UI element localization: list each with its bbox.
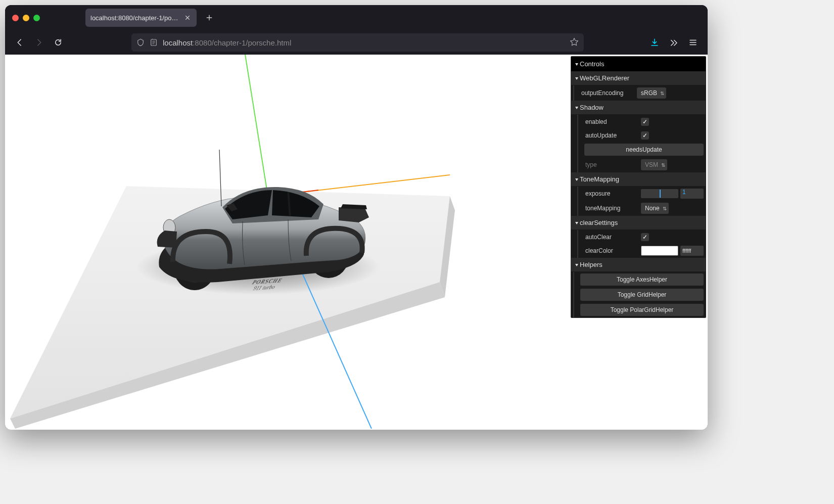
gui-folder-tonemapping[interactable]: ▾ ToneMapping bbox=[571, 172, 706, 187]
gui-label: enabled bbox=[585, 118, 641, 125]
tab-title: localhost:8080/chapter-1/porsche.h bbox=[90, 14, 179, 22]
page-content: 1975 PORSCHE 911 turbo ▾ Controls ▾ WebG… bbox=[5, 55, 708, 430]
new-tab-button[interactable] bbox=[202, 10, 217, 25]
gui-folder-controls[interactable]: ▾ Controls bbox=[571, 57, 706, 71]
output-encoding-select[interactable]: sRGB bbox=[637, 87, 666, 99]
gui-row-shadow-autoupdate: autoUpdate ✓ bbox=[577, 128, 706, 142]
toggle-polargridhelper-button[interactable]: Toggle PolarGridHelper bbox=[580, 304, 704, 316]
chevron-down-icon: ▾ bbox=[575, 105, 578, 110]
webgl-canvas[interactable]: 1975 PORSCHE 911 turbo ▾ Controls ▾ WebG… bbox=[5, 55, 708, 430]
browser-window: localhost:8080/chapter-1/porsche.h bbox=[5, 5, 708, 430]
gui-row-toggle-polar: Toggle PolarGridHelper bbox=[573, 302, 706, 317]
gui-folder-label: Controls bbox=[580, 60, 604, 68]
gui-folder-label: Helpers bbox=[580, 261, 603, 268]
platform bbox=[5, 55, 566, 429]
shadow-autoupdate-checkbox[interactable]: ✓ bbox=[641, 131, 649, 140]
exposure-input[interactable]: 1 bbox=[680, 189, 704, 199]
gui-row-tonemapping: toneMapping None bbox=[577, 201, 706, 216]
bookmark-star-icon[interactable] bbox=[570, 37, 579, 48]
gui-label: autoClear bbox=[585, 234, 641, 241]
traffic-lights bbox=[12, 15, 40, 21]
shadow-type-select[interactable]: VSM bbox=[641, 159, 667, 170]
gui-row-toggle-axes: Toggle AxesHelper bbox=[573, 272, 706, 287]
car-model bbox=[157, 150, 369, 290]
gui-row-exposure: exposure 1 bbox=[577, 187, 706, 201]
tonemapping-select[interactable]: None bbox=[641, 203, 669, 214]
svg-line-5 bbox=[245, 55, 268, 196]
gui-folder-label: Shadow bbox=[580, 104, 604, 111]
gui-folder-label: ToneMapping bbox=[580, 175, 619, 183]
back-button[interactable] bbox=[11, 34, 28, 51]
window-minimize-button[interactable] bbox=[23, 15, 29, 21]
gui-folder-helpers[interactable]: ▾ Helpers bbox=[571, 258, 706, 272]
shadow-needsupdate-button[interactable]: needsUpdate bbox=[584, 144, 704, 156]
gui-row-autoclear: autoClear ✓ bbox=[577, 230, 706, 244]
clearcolor-hex-input[interactable]: ffffff bbox=[680, 246, 704, 256]
url-path: :8080/chapter-1/porsche.html bbox=[193, 38, 291, 47]
gui-folder-renderer[interactable]: ▾ WebGLRenderer bbox=[571, 71, 706, 85]
menu-button[interactable] bbox=[684, 34, 702, 51]
chevron-down-icon: ▾ bbox=[575, 61, 578, 67]
exposure-slider[interactable] bbox=[641, 189, 678, 198]
chevron-down-icon: ▾ bbox=[575, 75, 578, 81]
chevron-down-icon: ▾ bbox=[575, 220, 578, 225]
gui-label: exposure bbox=[585, 190, 641, 197]
gui-row-shadow-enabled: enabled ✓ bbox=[577, 115, 706, 128]
close-tab-icon[interactable] bbox=[183, 14, 192, 22]
gui-label: toneMapping bbox=[585, 205, 641, 212]
gui-row-shadow-type: type VSM bbox=[577, 157, 706, 172]
autoclear-checkbox[interactable]: ✓ bbox=[641, 233, 649, 241]
page-info-icon[interactable] bbox=[150, 38, 158, 47]
toolbar: localhost:8080/chapter-1/porsche.html bbox=[5, 30, 708, 55]
address-bar[interactable]: localhost:8080/chapter-1/porsche.html bbox=[131, 33, 584, 52]
shadow-enabled-checkbox[interactable]: ✓ bbox=[641, 118, 649, 126]
toggle-gridhelper-button[interactable]: Toggle GridHelper bbox=[580, 289, 704, 301]
gui-label: outputEncoding bbox=[581, 89, 637, 97]
shield-icon[interactable] bbox=[136, 38, 145, 47]
debug-gui-panel: ▾ Controls ▾ WebGLRenderer outputEncodin… bbox=[571, 56, 706, 318]
titlebar: localhost:8080/chapter-1/porsche.h bbox=[5, 5, 708, 30]
window-zoom-button[interactable] bbox=[33, 15, 40, 21]
gui-label: type bbox=[585, 161, 641, 168]
clearcolor-swatch[interactable] bbox=[641, 246, 678, 256]
gui-folder-clearsettings[interactable]: ▾ clearSettings bbox=[571, 216, 706, 230]
extensions-overflow-button[interactable] bbox=[665, 34, 682, 51]
downloads-button[interactable] bbox=[646, 34, 663, 51]
url-host: localhost bbox=[163, 38, 193, 47]
forward-button[interactable] bbox=[30, 34, 48, 51]
gui-folder-label: WebGLRenderer bbox=[580, 74, 629, 82]
gui-folder-label: clearSettings bbox=[580, 219, 618, 226]
chevron-down-icon: ▾ bbox=[575, 176, 578, 182]
gui-row-clearcolor: clearColor ffffff bbox=[577, 244, 706, 258]
window-close-button[interactable] bbox=[12, 15, 19, 21]
gui-folder-shadow[interactable]: ▾ Shadow bbox=[571, 101, 706, 115]
slider-handle[interactable] bbox=[660, 190, 661, 198]
gui-label: autoUpdate bbox=[585, 132, 641, 139]
gui-row-toggle-grid: Toggle GridHelper bbox=[573, 287, 706, 302]
gui-row-output-encoding: outputEncoding sRGB bbox=[573, 85, 706, 101]
gui-row-shadow-needsupdate: needsUpdate bbox=[577, 142, 706, 157]
gui-label: clearColor bbox=[585, 247, 641, 254]
browser-tab[interactable]: localhost:8080/chapter-1/porsche.h bbox=[85, 9, 197, 27]
toggle-axeshelper-button[interactable]: Toggle AxesHelper bbox=[580, 273, 704, 286]
reload-button[interactable] bbox=[50, 34, 67, 51]
toolbar-right bbox=[646, 34, 702, 51]
url-text: localhost:8080/chapter-1/porsche.html bbox=[163, 38, 565, 47]
chevron-down-icon: ▾ bbox=[575, 262, 578, 267]
